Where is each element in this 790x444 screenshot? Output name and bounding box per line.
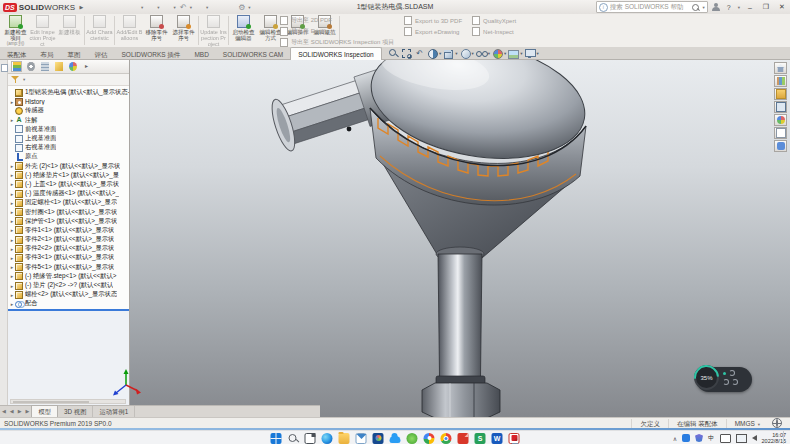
- hex-nut[interactable]: [422, 383, 500, 417]
- panel-tab-configurationmanager[interactable]: [39, 61, 50, 72]
- search-icon[interactable]: [692, 4, 699, 11]
- maximize-button[interactable]: ❐: [760, 3, 772, 11]
- doc-tab-2[interactable]: 3D 视图: [58, 406, 93, 417]
- ribbon-button-new-project[interactable]: 新建检查项目(amp:到): [2, 14, 29, 47]
- menu-expand-arrow-icon[interactable]: ▶: [79, 4, 83, 10]
- dropdown-caret-icon[interactable]: ▾: [520, 51, 522, 56]
- ribbon-tab-8[interactable]: SOLIDWORKS Inspection: [290, 47, 382, 60]
- ribbon-tab-5[interactable]: SOLIDWORKS 插件: [115, 48, 188, 60]
- tree-filter-row[interactable]: ▾: [8, 74, 129, 86]
- tree-item[interactable]: ▸(-) 温度传感器<1> (默认<<默认>_: [8, 189, 129, 198]
- panel-tab-more-tabs[interactable]: ▸: [81, 61, 92, 72]
- qa-file-properties-button[interactable]: [223, 2, 234, 13]
- taskbar-task-view-icon[interactable]: [305, 433, 316, 444]
- tab-scroll-arrow-4[interactable]: ▶: [24, 406, 32, 417]
- tree-item[interactable]: ▸(-) 垫片 (2)<2> ->? (默认<<默认: [8, 281, 129, 290]
- help-caret-icon[interactable]: ▾: [738, 5, 740, 10]
- tree-item[interactable]: ▸零件5<1> (默认<<默认>_显示状: [8, 263, 129, 272]
- doc-tab-3[interactable]: 运动算例1: [93, 406, 135, 417]
- taskpane-forum-button[interactable]: [774, 140, 787, 152]
- taskbar-word-icon[interactable]: W: [492, 433, 503, 444]
- taskbar-search-icon[interactable]: [288, 433, 299, 444]
- tab-scroll-arrow-1[interactable]: ◀: [0, 406, 8, 417]
- taskpane-custom-properties-button[interactable]: [774, 127, 787, 139]
- scrollbar-thumb[interactable]: [13, 401, 89, 404]
- panel-tab-dimxpertmanager[interactable]: [53, 61, 64, 72]
- headsup-hide-show-items-button[interactable]: ▾: [476, 48, 490, 59]
- tree-item[interactable]: 传感器: [8, 106, 129, 115]
- widget-button-3-icon[interactable]: [732, 379, 738, 385]
- ribbon-tab-1[interactable]: 装配体: [0, 48, 34, 60]
- taskbar-edge-icon[interactable]: [322, 433, 333, 444]
- taskbar-cloud-icon[interactable]: [390, 436, 401, 443]
- panel-tab-displaymanager[interactable]: [67, 61, 78, 72]
- tree-item[interactable]: ▸零件2<2> (默认<<默认>_显示状: [8, 244, 129, 253]
- taskbar-browser-360-icon[interactable]: [424, 433, 435, 444]
- ribbon-button-remove-balloons[interactable]: 移除零件序号: [143, 14, 170, 47]
- taskbar-file-explorer-icon[interactable]: [339, 433, 350, 444]
- qa-home-button[interactable]: [103, 2, 114, 13]
- close-button[interactable]: ✕: [776, 3, 788, 11]
- keyboard-icon[interactable]: [720, 434, 731, 443]
- ribbon-tab-6[interactable]: MBD: [187, 48, 215, 60]
- dropdown-caret-icon[interactable]: ▾: [206, 5, 208, 10]
- taskbar-reader-icon[interactable]: [458, 433, 469, 444]
- tree-root-item[interactable]: 1型铠装热电偶 (默认<默认_显示状态-1: [8, 88, 129, 97]
- tab-scroll-arrow-2[interactable]: ◀: [8, 406, 16, 417]
- headsup-zoom-area-button[interactable]: [401, 48, 412, 59]
- doc-tab-1[interactable]: 模型: [31, 405, 58, 417]
- help-button[interactable]: ?: [725, 4, 733, 11]
- tree-item[interactable]: ▸保护管<1> (默认<<默认>_显示状: [8, 217, 129, 226]
- headsup-previous-view-button[interactable]: ↶: [414, 48, 425, 59]
- headsup-apply-scene-button[interactable]: ▾: [508, 48, 522, 59]
- tree-item[interactable]: ▸零件2<1> (默认<<默认>_显示状: [8, 235, 129, 244]
- taskpane-appearances-button[interactable]: [774, 114, 787, 126]
- headsup-edit-appearance-button[interactable]: ▾: [492, 48, 506, 59]
- taskbar-chrome-icon[interactable]: [441, 433, 452, 444]
- tree-item[interactable]: ▸A注解: [8, 116, 129, 125]
- dropdown-caret-icon[interactable]: ▾: [190, 5, 192, 10]
- tray-shield-icon[interactable]: [695, 434, 703, 442]
- panel-tab-featuremanager[interactable]: [11, 61, 22, 72]
- taskbar-wps-icon[interactable]: S: [475, 433, 486, 444]
- dropdown-caret-icon[interactable]: ▾: [472, 51, 474, 56]
- taskbar-antivirus-icon[interactable]: [407, 433, 418, 444]
- zoom-level-widget[interactable]: 35%: [696, 367, 752, 392]
- ribbon-tab-4[interactable]: 评估: [88, 48, 115, 60]
- units-selector[interactable]: MMGS ▾: [726, 419, 768, 428]
- dropdown-caret-icon[interactable]: ▾: [439, 51, 441, 56]
- ribbon-tab-7[interactable]: SOLIDWORKS CAM: [216, 48, 290, 60]
- tree-item[interactable]: 前视基准面: [8, 125, 129, 134]
- ribbon-tab-3[interactable]: 草图: [61, 48, 88, 60]
- user-account-icon[interactable]: [712, 3, 721, 12]
- dropdown-caret-icon[interactable]: ▾: [174, 5, 176, 10]
- dropdown-caret-icon[interactable]: ▾: [537, 51, 539, 56]
- tree-item[interactable]: 右视基准面: [8, 143, 129, 152]
- headsup-section-view-button[interactable]: ▾: [427, 48, 441, 59]
- network-monitor-icon[interactable]: [736, 434, 747, 443]
- headsup-display-style-button[interactable]: ▾: [460, 48, 474, 59]
- panel-tab-propertymanager[interactable]: [25, 61, 36, 72]
- dropdown-caret-icon[interactable]: ▾: [455, 51, 457, 56]
- tray-app-icon[interactable]: [682, 434, 690, 442]
- tree-item[interactable]: ▸零件3<1> (默认<<默认>_显示状: [8, 253, 129, 262]
- headsup-view-orientation-button[interactable]: ▾: [443, 48, 457, 59]
- filter-caret-icon[interactable]: ▾: [23, 77, 25, 82]
- dropdown-caret-icon[interactable]: ▾: [488, 51, 490, 56]
- qa-open-button[interactable]: ▾: [129, 2, 143, 13]
- help-search-box[interactable]: i 搜索 SOLIDWORKS 帮助 ▾: [596, 1, 708, 13]
- show-desktop-button[interactable]: [783, 431, 786, 444]
- widget-button-1-icon[interactable]: [729, 370, 735, 376]
- taskpane-design-library-button[interactable]: [774, 75, 787, 87]
- dropdown-caret-icon[interactable]: ▾: [141, 5, 143, 10]
- panel-doc-icon[interactable]: [1, 64, 8, 72]
- qa-print-button[interactable]: ▾: [162, 2, 176, 13]
- tree-item[interactable]: ▸零件1<1> (默认<<默认>_显示状: [8, 226, 129, 235]
- units-caret-icon[interactable]: ▾: [758, 422, 760, 427]
- taskbar-solidworks-icon[interactable]: [509, 433, 520, 444]
- tree-item[interactable]: ▸History: [8, 97, 129, 106]
- ribbon-button-select-balloons[interactable]: 选择零件序号: [170, 14, 197, 47]
- tree-item[interactable]: ▸密封圈<1> (默认<<默认>_显示状: [8, 207, 129, 216]
- dropdown-caret-icon[interactable]: ▾: [157, 5, 159, 10]
- tree-item[interactable]: ▸配合: [8, 299, 129, 308]
